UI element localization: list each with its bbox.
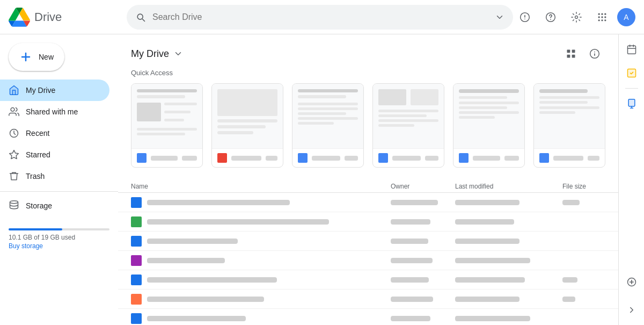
svg-point-15 <box>10 200 18 203</box>
file-name-cell <box>131 313 391 324</box>
sidebar-item-trash[interactable]: Trash <box>0 165 109 187</box>
avatar[interactable]: A <box>617 8 635 26</box>
content-area: My Drive Quick Access <box>118 34 618 325</box>
file-size-cell <box>562 200 605 205</box>
sidebar-item-my-drive[interactable]: My Drive <box>0 80 109 101</box>
svg-rect-18 <box>567 55 570 58</box>
svg-point-10 <box>601 19 603 21</box>
file-size-blur <box>562 277 577 283</box>
table-row[interactable] <box>118 232 618 251</box>
sidebar-item-starred[interactable]: Starred <box>0 144 109 165</box>
file-date-blur-4 <box>425 156 438 161</box>
file-modified-blur <box>455 297 519 302</box>
file-type-icon-4 <box>378 153 388 163</box>
file-name-text <box>147 219 329 225</box>
svg-rect-17 <box>572 50 575 53</box>
storage-icon <box>9 200 19 212</box>
shared-icon <box>9 106 19 117</box>
search-bar[interactable] <box>127 5 513 30</box>
svg-point-8 <box>604 16 606 18</box>
apps-button[interactable] <box>591 6 613 28</box>
table-row[interactable] <box>118 212 618 232</box>
sidebar-item-recent[interactable]: Recent <box>0 122 109 144</box>
table-row[interactable] <box>118 251 618 270</box>
col-name[interactable]: Name <box>131 183 391 190</box>
info-button[interactable] <box>584 43 605 64</box>
storage-used-text: 10.1 GB of 19 GB used <box>9 234 109 241</box>
thumb-footer-1 <box>131 148 202 167</box>
file-size-cell <box>562 277 605 283</box>
search-dropdown-icon[interactable] <box>495 12 504 22</box>
col-owner[interactable]: Owner <box>391 183 455 190</box>
svg-rect-23 <box>628 99 635 106</box>
file-owner-blur <box>391 200 438 205</box>
col-modified[interactable]: Last modified <box>455 183 562 190</box>
svg-point-5 <box>604 13 606 15</box>
thumb-preview-6 <box>534 84 605 148</box>
quick-access-card-5[interactable] <box>453 83 525 168</box>
file-modified-cell <box>455 316 562 321</box>
new-plus-icon <box>19 50 32 63</box>
tasks-panel-icon[interactable] <box>621 62 642 84</box>
quick-access-card-3[interactable] <box>292 83 364 168</box>
expand-panel-icon[interactable] <box>621 299 642 321</box>
thumb-preview-1 <box>131 84 202 148</box>
thumb-preview-4 <box>373 84 444 148</box>
help-button[interactable] <box>540 6 561 28</box>
keep-panel-icon[interactable] <box>621 93 642 114</box>
file-icon <box>131 275 142 285</box>
svg-point-12 <box>11 108 14 112</box>
file-name-blur-6 <box>553 156 583 161</box>
sidebar-item-label: Starred <box>26 150 50 159</box>
file-modified-blur <box>455 200 519 205</box>
thumb-preview-2 <box>212 84 283 148</box>
table-row[interactable] <box>118 290 618 309</box>
file-owner-blur <box>391 258 433 263</box>
table-row[interactable] <box>118 309 618 325</box>
table-row[interactable] <box>118 270 618 290</box>
file-owner-cell <box>391 239 455 244</box>
logo-area: Drive <box>9 6 127 28</box>
content-title-area: My Drive <box>131 48 183 60</box>
grid-view-button[interactable] <box>560 43 582 64</box>
storage-section-label[interactable]: Storage <box>0 196 118 215</box>
drive-logo-icon <box>9 6 30 28</box>
logo-text: Drive <box>34 10 62 24</box>
col-size[interactable]: File size <box>562 183 605 190</box>
file-owner-cell <box>391 200 455 205</box>
file-modified-cell <box>455 258 562 263</box>
file-name-blur-3 <box>312 156 340 161</box>
title-dropdown-icon[interactable] <box>173 49 183 59</box>
search-input[interactable] <box>152 12 488 22</box>
table-row[interactable] <box>118 193 618 212</box>
feedback-button[interactable] <box>514 6 536 28</box>
quick-access-card-1[interactable] <box>131 83 203 168</box>
file-name-blur-1 <box>151 156 178 161</box>
calendar-panel-icon[interactable] <box>621 39 642 60</box>
settings-button[interactable] <box>566 6 587 28</box>
file-size-blur <box>562 297 575 302</box>
recent-icon <box>9 128 19 139</box>
new-button[interactable]: New <box>9 43 64 71</box>
my-drive-icon <box>9 85 19 96</box>
quick-access-card-4[interactable] <box>372 83 444 168</box>
file-date-blur-2 <box>266 156 277 161</box>
sidebar-item-shared[interactable]: Shared with me <box>0 101 109 122</box>
svg-point-4 <box>601 13 603 15</box>
file-list <box>118 193 618 325</box>
file-modified-blur <box>455 239 519 244</box>
file-name-text <box>147 297 264 302</box>
file-date-blur-6 <box>588 156 599 161</box>
add-panel-icon[interactable] <box>621 271 642 293</box>
content-header: My Drive <box>118 34 618 69</box>
file-type-icon-5 <box>459 153 469 163</box>
quick-access-card-2[interactable] <box>211 83 283 168</box>
quick-access-card-6[interactable] <box>533 83 605 168</box>
file-owner-blur <box>391 277 429 283</box>
file-name-text <box>147 316 246 321</box>
sidebar-nav: My Drive Shared with me Recent Starred <box>0 80 118 187</box>
thumb-footer-4 <box>373 148 444 167</box>
buy-storage-link[interactable]: Buy storage <box>9 242 43 250</box>
sidebar-item-label: Trash <box>26 172 45 180</box>
search-icon <box>135 12 146 23</box>
